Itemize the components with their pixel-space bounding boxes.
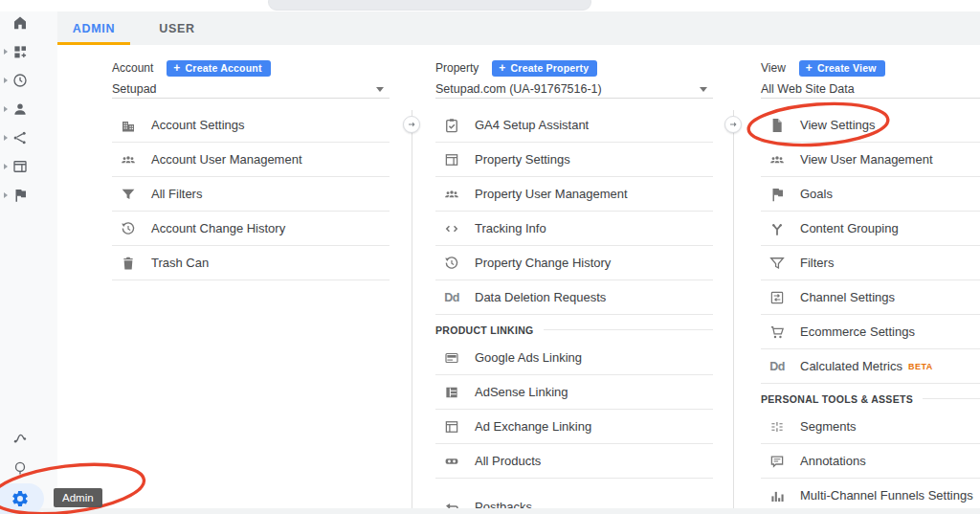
realtime-icon <box>11 72 29 89</box>
page-icon <box>768 117 786 134</box>
column-divider <box>412 110 412 508</box>
audience-icon <box>11 101 29 118</box>
all-products-icon <box>443 453 460 470</box>
tab-admin[interactable]: ADMIN <box>57 11 130 45</box>
adsense-icon <box>443 384 460 401</box>
list-item-all-products[interactable]: All Products <box>435 444 713 479</box>
list-item-account-settings[interactable]: Account Settings <box>112 108 390 143</box>
list-item-segments[interactable]: Segments <box>761 410 980 444</box>
attribution-icon[interactable] <box>11 429 29 446</box>
account-label: Account <box>112 61 153 75</box>
create-account-label: Create Account <box>186 62 262 74</box>
list-item-goals[interactable]: Goals <box>761 177 980 212</box>
list-item-tracking-info[interactable]: Tracking Info <box>435 212 713 246</box>
list-item-adsense-linking[interactable]: AdSense Linking <box>435 375 713 410</box>
list-item-property-change-history[interactable]: Property Change History <box>435 246 713 280</box>
view-selector-value: All Web Site Data <box>761 82 855 96</box>
list-item-ad-exchange-linking[interactable]: Ad Exchange Linking <box>435 410 713 444</box>
view-selector[interactable]: All Web Site Data <box>761 82 980 99</box>
behavior-icon <box>11 158 29 175</box>
annotations-icon <box>768 453 786 470</box>
sidebar-item-audience[interactable] <box>0 95 57 123</box>
product-linking-header: PRODUCT LINKING <box>435 315 713 341</box>
chevron-down-icon <box>700 87 707 92</box>
customization-icon <box>11 43 29 60</box>
expand-caret-icon <box>4 135 8 141</box>
expand-caret-icon <box>4 164 8 169</box>
tab-user[interactable]: USER <box>150 11 204 45</box>
sidebar-item-home[interactable] <box>0 9 57 37</box>
sidebar-item-realtime[interactable] <box>0 66 57 95</box>
create-property-button[interactable]: + Create Property <box>492 60 597 77</box>
plus-icon: + <box>499 62 505 74</box>
conversions-icon <box>11 187 29 204</box>
list-item-multi-channel-funnels-settings[interactable]: Multi-Channel Funnels Settings <box>761 479 980 508</box>
mcf-icon <box>768 487 786 504</box>
discover-icon[interactable] <box>11 459 29 477</box>
create-account-button[interactable]: + Create Account <box>167 60 270 77</box>
sidebar-item-acquisition[interactable] <box>0 123 57 152</box>
list-item-all-filters[interactable]: All Filters <box>112 177 390 212</box>
sidebar-item-conversions[interactable] <box>0 181 57 210</box>
list-item-ecommerce-settings[interactable]: Ecommerce Settings <box>761 315 980 349</box>
segments-icon <box>768 418 786 436</box>
list-item-content-grouping[interactable]: Content Grouping <box>761 212 980 246</box>
expand-caret-icon <box>4 78 8 83</box>
view-header: View + Create View <box>761 59 980 77</box>
product-linking-title: PRODUCT LINKING <box>435 324 534 336</box>
list-item-property-user-management[interactable]: Property User Management <box>435 177 713 212</box>
sidebar-nav <box>0 9 57 210</box>
people-icon <box>443 186 460 203</box>
list-item-ga4-setup-assistant[interactable]: GA4 Setup Assistant <box>435 108 713 143</box>
create-property-label: Create Property <box>511 62 590 74</box>
list-item-account-user-management[interactable]: Account User Management <box>112 143 390 177</box>
header-rule <box>923 398 980 399</box>
ga-admin-screen: ADMIN USER Account + Create Account Setu… <box>0 0 980 514</box>
funnel-outline-icon <box>768 255 786 272</box>
view-list: View Settings View User Management Goals… <box>761 108 980 384</box>
admin-tooltip: Admin <box>54 488 102 507</box>
property-header: Property + Create Property <box>435 59 713 77</box>
list-item-calculated-metrics[interactable]: Dd Calculated Metrics BETA <box>761 349 980 384</box>
personal-tools-header: PERSONAL TOOLS & ASSETS <box>761 384 980 410</box>
personal-tools-title: PERSONAL TOOLS & ASSETS <box>761 393 913 405</box>
create-view-button[interactable]: + Create View <box>799 60 885 77</box>
column-account: Account + Create Account Setupad Account… <box>112 59 390 280</box>
window-left-icon <box>443 418 460 436</box>
history-icon <box>443 255 460 272</box>
collapse-column-button[interactable] <box>403 116 420 133</box>
column-divider <box>733 110 734 508</box>
postbacks-icon <box>443 499 460 509</box>
list-item-trash-can[interactable]: Trash Can <box>112 246 390 280</box>
list-item-filters[interactable]: Filters <box>761 246 980 280</box>
property-label: Property <box>435 61 479 75</box>
create-view-label: Create View <box>817 62 877 74</box>
list-item-view-settings[interactable]: View Settings <box>761 108 980 143</box>
browser-top-strip <box>0 0 980 11</box>
expand-caret-icon <box>4 192 8 198</box>
list-item-annotations[interactable]: Annotations <box>761 444 980 479</box>
property-selector[interactable]: Setupad.com (UA-91767516-1) <box>435 82 713 99</box>
cart-icon <box>768 324 786 341</box>
header-rule <box>544 329 714 330</box>
sidebar-item-behavior[interactable] <box>0 152 57 181</box>
content-grouping-icon <box>768 220 786 237</box>
list-item-view-user-management[interactable]: View User Management <box>761 143 980 177</box>
list-item-property-settings[interactable]: Property Settings <box>435 143 713 177</box>
dd-icon: Dd <box>443 289 460 306</box>
channel-icon <box>768 289 786 306</box>
list-item-account-change-history[interactable]: Account Change History <box>112 212 390 246</box>
list-item-channel-settings[interactable]: Channel Settings <box>761 280 980 315</box>
column-view: View + Create View All Web Site Data Vie… <box>761 59 980 508</box>
list-item-data-deletion-requests[interactable]: Dd Data Deletion Requests <box>435 280 713 315</box>
account-selector[interactable]: Setupad <box>112 82 390 99</box>
sidebar-item-customization[interactable] <box>0 37 57 66</box>
list-item-postbacks[interactable]: Postbacks <box>435 490 713 508</box>
history-icon <box>120 220 137 237</box>
acquisition-icon <box>11 129 29 146</box>
collapse-column-button[interactable] <box>724 116 742 133</box>
personal-tools-list: Segments Annotations Multi-Channel Funne… <box>761 410 980 508</box>
view-label: View <box>761 61 786 75</box>
list-item-google-ads-linking[interactable]: Google Ads Linking <box>435 341 713 375</box>
admin-gear-button[interactable] <box>11 489 30 508</box>
